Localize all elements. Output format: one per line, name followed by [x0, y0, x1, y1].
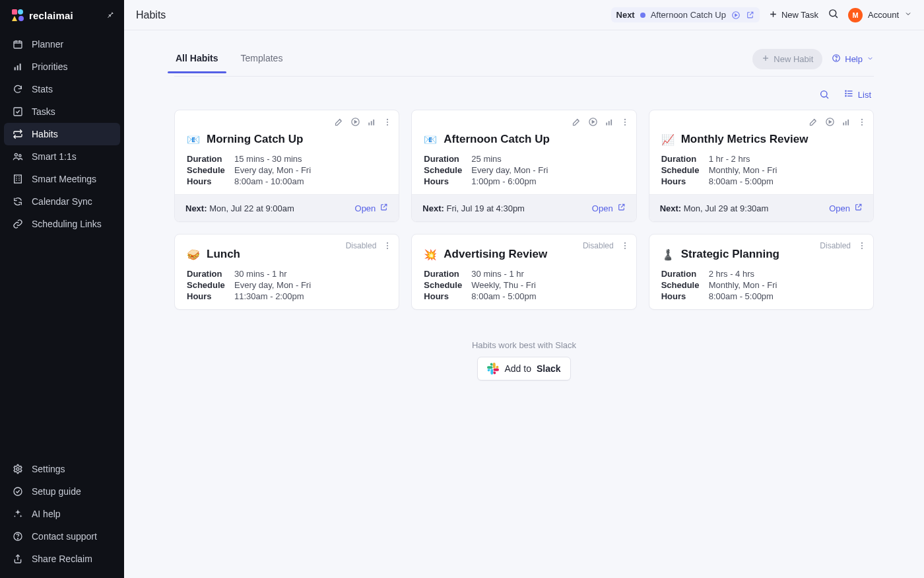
open-habit-button[interactable]: Open: [829, 203, 863, 213]
svg-point-35: [624, 118, 626, 120]
habit-card[interactable]: 📧Afternoon Catch UpDuration25 minsSchedu…: [411, 110, 636, 222]
slack-button-prefix: Add to: [504, 363, 531, 374]
svg-rect-0: [12, 9, 17, 15]
external-link-icon[interactable]: [746, 11, 754, 19]
open-habit-button[interactable]: Open: [355, 203, 389, 213]
habit-emoji-icon: 📧: [187, 133, 200, 146]
link-icon: [12, 219, 24, 229]
account-menu[interactable]: M Account: [848, 8, 912, 22]
next-event-pill[interactable]: Next Afternoon Catch Up: [611, 7, 760, 22]
tab-templates[interactable]: Templates: [240, 53, 284, 73]
chevron-down-icon: [904, 10, 912, 20]
svg-rect-27: [374, 119, 375, 125]
habit-card-footer: Next: Fri, Jul 19 at 4:30pmOpen: [412, 194, 636, 221]
edit-icon[interactable]: [572, 117, 581, 127]
search-habits-button[interactable]: [819, 89, 830, 100]
gear-icon: [12, 464, 24, 474]
add-to-slack-button[interactable]: Add to Slack: [477, 357, 570, 380]
help-link[interactable]: Help: [832, 54, 874, 65]
meta-row: Duration25 mins: [424, 154, 624, 164]
sidebar-item-setup-guide[interactable]: Setup guide: [4, 480, 120, 503]
habit-meta: Duration30 mins - 1 hrScheduleWeekly, Th…: [424, 269, 624, 301]
meta-label: Duration: [187, 154, 234, 164]
svg-point-36: [624, 121, 626, 122]
habit-toolbar: List: [174, 77, 874, 100]
habit-card-actions: [383, 241, 392, 250]
new-task-button[interactable]: New Task: [769, 10, 818, 20]
sidebar-item-habits[interactable]: Habits: [4, 123, 120, 145]
sidebar-item-calendar-sync[interactable]: Calendar Sync: [4, 190, 120, 213]
sidebar-item-stats[interactable]: Stats: [4, 78, 120, 100]
more-icon[interactable]: [857, 118, 867, 127]
slack-button-bold: Slack: [537, 363, 561, 374]
open-habit-button[interactable]: Open: [592, 203, 626, 213]
sidebar-item-planner[interactable]: Planner: [4, 33, 120, 55]
habit-card-actions: [572, 117, 630, 127]
svg-rect-39: [843, 122, 844, 125]
more-icon[interactable]: [383, 241, 392, 250]
tabs: All Habits Templates New Habit Help: [174, 30, 874, 77]
habit-card[interactable]: 📧Morning Catch UpDuration15 mins - 30 mi…: [174, 110, 399, 222]
meta-label: Hours: [661, 291, 709, 301]
more-icon[interactable]: [857, 241, 867, 250]
sidebar-item-smart-meetings[interactable]: Smart Meetings: [4, 168, 120, 190]
help-icon: [12, 531, 24, 542]
pin-icon[interactable]: [106, 9, 115, 21]
edit-icon[interactable]: [808, 117, 818, 127]
sidebar-item-ai-help[interactable]: AI help: [4, 503, 120, 525]
meta-value: Monthly, Mon - Fri: [709, 280, 777, 290]
search-button[interactable]: [828, 8, 839, 22]
play-icon[interactable]: [825, 117, 835, 127]
bars-icon: [12, 61, 24, 72]
habit-card[interactable]: Disabled🥪LunchDuration30 mins - 1 hrSche…: [174, 234, 399, 310]
habit-title-row: 📧Morning Catch Up: [187, 133, 387, 146]
sidebar-item-tasks[interactable]: Tasks: [4, 100, 120, 123]
svg-point-46: [387, 245, 388, 246]
status-dot-icon: [640, 13, 645, 18]
sidebar-item-label: Tasks: [32, 106, 55, 117]
view-list-button[interactable]: List: [844, 89, 871, 100]
habit-card[interactable]: 📈Monthly Metrics ReviewDuration1 hr - 2 …: [649, 110, 874, 222]
sidebar-item-settings[interactable]: Settings: [4, 458, 120, 480]
svg-point-52: [861, 245, 863, 246]
meta-row: Hours1:00pm - 6:00pm: [424, 176, 624, 186]
habit-meta: Duration25 minsScheduleEvery day, Mon - …: [424, 154, 624, 186]
bars-icon[interactable]: [605, 118, 614, 127]
sidebar-item-scheduling-links[interactable]: Scheduling Links: [4, 213, 120, 235]
play-icon[interactable]: [588, 117, 598, 127]
play-icon[interactable]: [350, 117, 360, 127]
page-title: Habits: [136, 9, 166, 21]
habit-card-body: Disabled🥪LunchDuration30 mins - 1 hrSche…: [175, 235, 399, 309]
main: Habits Next Afternoon Catch Up New Task …: [124, 0, 924, 578]
sidebar-item-label: Priorities: [32, 61, 67, 72]
svg-rect-11: [15, 175, 22, 183]
tab-all-habits[interactable]: All Habits: [174, 53, 220, 73]
sidebar-item-smart-11s[interactable]: Smart 1:1s: [4, 145, 120, 168]
meta-value: 1 hr - 2 hrs: [709, 154, 750, 164]
more-icon[interactable]: [383, 118, 392, 127]
meta-label: Schedule: [187, 165, 234, 175]
habit-card[interactable]: Disabled💥Advertising ReviewDuration30 mi…: [411, 234, 636, 310]
play-circle-icon[interactable]: [731, 11, 741, 20]
sidebar-item-share-reclaim[interactable]: Share Reclaim: [4, 548, 120, 570]
sidebar-item-contact-support[interactable]: Contact support: [4, 525, 120, 548]
svg-rect-41: [847, 119, 849, 125]
meta-label: Schedule: [424, 280, 471, 290]
meta-value: 8:00am - 5:00pm: [709, 291, 774, 301]
next-event-name: Afternoon Catch Up: [651, 10, 726, 20]
topbar: Habits Next Afternoon Catch Up New Task …: [124, 0, 924, 30]
meta-value: Every day, Mon - Fri: [234, 165, 311, 175]
more-icon[interactable]: [620, 241, 630, 250]
habit-card-footer: Next: Mon, Jul 29 at 9:30amOpen: [649, 194, 873, 221]
bars-icon[interactable]: [367, 118, 376, 127]
sidebar-item-priorities[interactable]: Priorities: [4, 55, 120, 78]
sidebar-item-label: Scheduling Links: [32, 219, 102, 229]
meta-row: ScheduleMonthly, Mon - Fri: [661, 280, 861, 290]
account-label: Account: [868, 10, 899, 20]
habit-card[interactable]: Disabled♟️Strategic PlanningDuration2 hr…: [649, 234, 874, 310]
new-habit-button[interactable]: New Habit: [752, 49, 822, 69]
bars-icon[interactable]: [842, 118, 851, 127]
more-icon[interactable]: [620, 118, 630, 127]
edit-icon[interactable]: [334, 117, 344, 127]
habit-title: Strategic Planning: [681, 248, 779, 261]
